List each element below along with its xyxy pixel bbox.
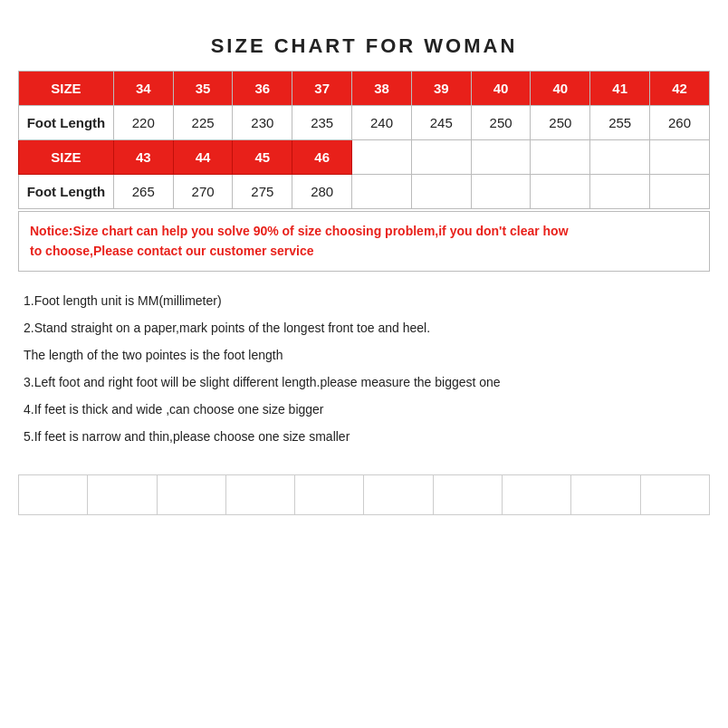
size-col-40b: 40 <box>531 72 590 106</box>
foot-length-row-2: Foot Length 265 270 275 280 <box>19 175 710 209</box>
bg-cell-4 <box>225 474 294 514</box>
chart-title: SIZE CHART FOR WOMAN <box>18 18 710 71</box>
fl-280: 280 <box>292 175 352 209</box>
size-col-38: 38 <box>352 72 412 106</box>
fl-empty-2 <box>411 175 471 209</box>
bg-cell-10 <box>640 474 709 514</box>
size-label-1: SIZE <box>19 72 114 106</box>
size-col-40a: 40 <box>471 72 531 106</box>
notice-line2: to choose,Please contact our customer se… <box>30 244 314 258</box>
size-col-empty-5 <box>590 140 650 175</box>
fl-270: 270 <box>173 175 233 209</box>
fl-empty-4 <box>531 175 590 209</box>
fl-empty-1 <box>352 175 412 209</box>
bg-cell-2 <box>88 474 157 514</box>
size-col-42: 42 <box>650 72 710 106</box>
size-col-34: 34 <box>113 72 173 106</box>
bottom-grid <box>18 474 710 515</box>
fl-empty-3 <box>471 175 531 209</box>
fl-275: 275 <box>233 175 292 209</box>
bg-cell-3 <box>157 474 225 514</box>
size-col-44: 44 <box>173 140 233 175</box>
page-container: SIZE CHART FOR WOMAN SIZE 34 35 36 37 38… <box>18 18 710 515</box>
bottom-grid-row <box>19 474 710 514</box>
bg-cell-8 <box>503 474 571 514</box>
size-col-43: 43 <box>113 140 173 175</box>
bg-cell-5 <box>295 474 364 514</box>
fl-265: 265 <box>113 175 173 209</box>
notice-box: Notice:Size chart can help you solve 90%… <box>18 211 710 272</box>
info-item-5: 5.If feet is narrow and thin,please choo… <box>24 424 704 449</box>
info-item-4: 4.If feet is thick and wide ,can choose … <box>24 397 704 422</box>
foot-length-label-2: Foot Length <box>19 175 114 209</box>
size-col-37: 37 <box>292 72 352 106</box>
size-col-empty-6 <box>650 140 710 175</box>
bg-cell-1 <box>19 474 88 514</box>
size-col-46: 46 <box>292 140 352 175</box>
fl-235: 235 <box>292 106 352 140</box>
fl-255: 255 <box>590 106 650 140</box>
bg-cell-6 <box>364 474 433 514</box>
size-col-empty-1 <box>352 140 412 175</box>
fl-240: 240 <box>352 106 412 140</box>
bg-cell-9 <box>571 474 640 514</box>
fl-empty-6 <box>650 175 710 209</box>
info-item-2b: The length of the two pointes is the foo… <box>24 342 704 368</box>
info-item-1: 1.Foot length unit is MM(millimeter) <box>24 288 704 313</box>
size-label-2: SIZE <box>19 140 114 175</box>
fl-220: 220 <box>113 106 173 140</box>
size-col-39: 39 <box>411 72 471 106</box>
fl-260: 260 <box>650 106 710 140</box>
notice-line1: Notice:Size chart can help you solve 90%… <box>30 224 569 238</box>
info-item-2: 2.Stand straight on a paper,mark points … <box>24 315 704 340</box>
fl-245: 245 <box>411 106 471 140</box>
foot-length-label-1: Foot Length <box>19 106 114 140</box>
size-col-empty-4 <box>531 140 590 175</box>
size-col-41: 41 <box>590 72 650 106</box>
fl-empty-5 <box>590 175 650 209</box>
fl-250a: 250 <box>471 106 531 140</box>
size-col-45: 45 <box>233 140 292 175</box>
fl-250b: 250 <box>531 106 590 140</box>
fl-225: 225 <box>173 106 233 140</box>
foot-length-row-1: Foot Length 220 225 230 235 240 245 250 … <box>19 106 710 140</box>
size-col-36: 36 <box>233 72 292 106</box>
size-table: SIZE 34 35 36 37 38 39 40 40 41 42 Foot … <box>18 71 710 209</box>
size-col-35: 35 <box>173 72 233 106</box>
size-header-row-2: SIZE 43 44 45 46 <box>19 140 710 175</box>
info-section: 1.Foot length unit is MM(millimeter) 2.S… <box>18 272 710 460</box>
bg-cell-7 <box>433 474 502 514</box>
size-header-row-1: SIZE 34 35 36 37 38 39 40 40 41 42 <box>19 72 710 106</box>
size-col-empty-2 <box>411 140 471 175</box>
info-item-3: 3.Left foot and right foot will be sligh… <box>24 369 704 395</box>
size-col-empty-3 <box>471 140 531 175</box>
fl-230: 230 <box>233 106 292 140</box>
